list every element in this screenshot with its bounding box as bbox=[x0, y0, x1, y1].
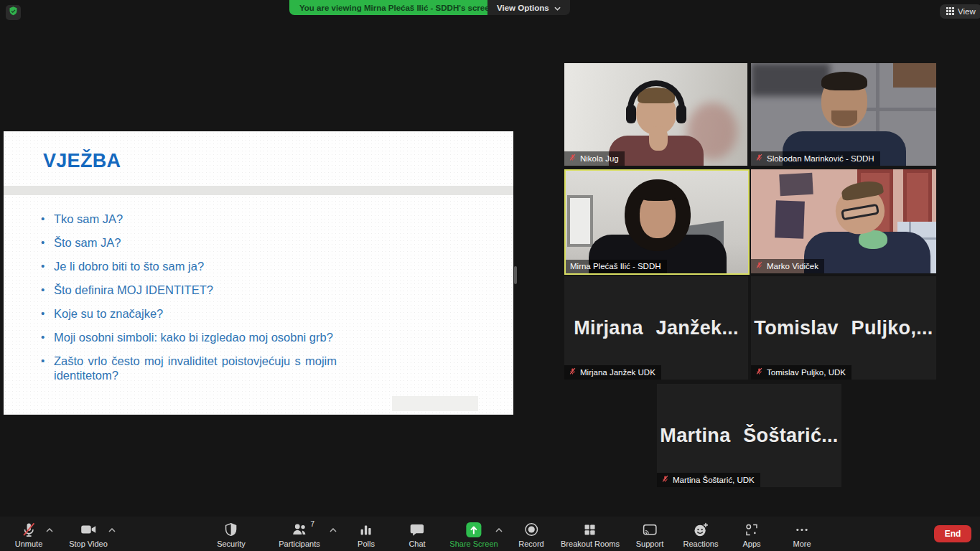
chat-bubble-icon bbox=[410, 521, 425, 538]
participant-name-text: Nikola Jug bbox=[580, 154, 619, 163]
scrollbar-thumb[interactable] bbox=[514, 266, 517, 284]
unmute-button[interactable]: Unmute bbox=[15, 521, 43, 548]
video-tile-slobodan-marinkovic[interactable]: Slobodan Marinković - SDDH bbox=[751, 63, 936, 166]
participant-name-text: Mirjana Janžek UDK bbox=[580, 368, 655, 377]
participant-name-label: Mirjana Janžek UDK bbox=[564, 365, 661, 380]
muted-mic-icon bbox=[569, 154, 577, 163]
bar-chart-icon bbox=[359, 521, 374, 538]
participant-name-label: Mirna Plećaš Ilić - SDDH bbox=[566, 260, 667, 273]
shield-icon bbox=[224, 521, 239, 538]
video-options-chevron[interactable] bbox=[108, 527, 116, 533]
share-options-chevron[interactable] bbox=[495, 527, 503, 533]
chat-label: Chat bbox=[409, 540, 425, 548]
unmute-options-chevron[interactable] bbox=[46, 527, 53, 533]
slide-divider-band bbox=[4, 186, 513, 195]
participant-display-name: Martina Šoštarić... bbox=[657, 384, 841, 487]
share-screen-button[interactable]: Share Screen bbox=[449, 521, 498, 548]
breakout-rooms-button[interactable]: Breakout Rooms bbox=[561, 521, 620, 548]
slide-bullet-list: Tko sam JA? Što sam JA? Je li dobro biti… bbox=[41, 212, 337, 392]
more-label: More bbox=[793, 540, 811, 548]
apps-label: Apps bbox=[742, 540, 760, 548]
record-button[interactable]: Record bbox=[518, 521, 543, 548]
share-screen-label: Share Screen bbox=[449, 540, 498, 548]
security-button[interactable]: Security bbox=[217, 521, 246, 548]
participant-name-label: Tomislav Puljko, UDK bbox=[751, 365, 851, 380]
record-label: Record bbox=[518, 540, 543, 548]
participant-display-name: Tomislav Puljko,... bbox=[751, 276, 936, 380]
reactions-label: Reactions bbox=[683, 540, 719, 548]
ellipsis-icon bbox=[795, 521, 810, 538]
zoom-meeting-window: You are viewing Mirna Plećaš Ilić - SDDH… bbox=[0, 0, 980, 551]
apps-icon bbox=[744, 521, 759, 538]
video-tile-mirna-plecas-ilic[interactable]: Mirna Plećaš Ilić - SDDH bbox=[564, 169, 750, 275]
slide-bullet: Što sam JA? bbox=[41, 235, 337, 250]
participant-name-label: Slobodan Marinković - SDDH bbox=[751, 151, 880, 166]
muted-mic-icon bbox=[755, 154, 763, 163]
video-placeholder-beard bbox=[831, 110, 857, 126]
slide-placeholder-box bbox=[392, 396, 478, 411]
slide-title: VJEŽBA bbox=[43, 150, 121, 172]
headphones-shape bbox=[676, 105, 686, 123]
chevron-down-icon bbox=[554, 4, 561, 12]
video-placeholder-shape bbox=[751, 63, 830, 96]
muted-mic-icon bbox=[661, 475, 669, 484]
participants-label: Participants bbox=[279, 540, 319, 548]
shield-check-icon bbox=[8, 6, 19, 19]
participants-options-chevron[interactable] bbox=[330, 527, 337, 533]
view-button[interactable]: View bbox=[940, 4, 980, 19]
viewing-screen-banner: You are viewing Mirna Plećaš Ilić - SDDH… bbox=[289, 0, 505, 15]
participant-display-name: Mirjana Janžek... bbox=[564, 276, 748, 380]
view-options-label: View Options bbox=[497, 4, 549, 12]
video-placeholder-door bbox=[903, 169, 932, 227]
polls-label: Polls bbox=[358, 540, 375, 548]
security-shield-chip[interactable] bbox=[6, 5, 21, 20]
slide-bullet: Koje su to značajke? bbox=[41, 306, 337, 321]
chat-button[interactable]: Chat bbox=[409, 521, 425, 548]
video-placeholder-hair bbox=[821, 72, 867, 90]
participant-name-text: Mirna Plećaš Ilić - SDDH bbox=[570, 262, 661, 270]
grid-view-icon bbox=[946, 7, 954, 17]
video-tile-tomislav-puljko[interactable]: Tomislav Puljko,... Tomislav Puljko, UDK bbox=[751, 276, 936, 380]
unmute-label: Unmute bbox=[15, 540, 43, 548]
support-button[interactable]: Support bbox=[636, 521, 664, 548]
apps-button[interactable]: Apps bbox=[742, 521, 760, 548]
mic-off-icon bbox=[21, 521, 37, 538]
view-button-label: View bbox=[958, 7, 976, 16]
view-options-button[interactable]: View Options bbox=[487, 0, 570, 15]
record-icon bbox=[523, 521, 539, 538]
slide-bullet: Tko sam JA? bbox=[41, 212, 337, 226]
participant-name-text: Tomislav Puljko, UDK bbox=[767, 368, 846, 377]
muted-mic-icon bbox=[569, 367, 577, 377]
video-tile-marko-vidicek[interactable]: Marko Vidiček bbox=[751, 169, 936, 273]
end-meeting-button[interactable]: End bbox=[934, 525, 971, 542]
participant-name-text: Slobodan Marinković - SDDH bbox=[767, 154, 874, 163]
stop-video-button[interactable]: Stop Video bbox=[69, 521, 108, 548]
slide-bullet: Moji osobni simboli: kako bi izgledao mo… bbox=[41, 330, 337, 344]
video-tile-nikola-jug[interactable]: Nikola Jug bbox=[564, 63, 747, 166]
video-placeholder-picture-frame bbox=[779, 173, 813, 196]
slide-bullet: Je li dobro biti to što sam ja? bbox=[41, 259, 337, 273]
participant-name-text: Martina Šoštarić, UDK bbox=[673, 476, 755, 484]
muted-mic-icon bbox=[755, 367, 763, 377]
camera-icon bbox=[80, 521, 97, 538]
shared-screen-slide: VJEŽBA Tko sam JA? Što sam JA? Je li dob… bbox=[4, 131, 513, 415]
reactions-button[interactable]: Reactions bbox=[683, 521, 719, 548]
polls-button[interactable]: Polls bbox=[358, 521, 375, 548]
support-label: Support bbox=[636, 540, 664, 548]
participant-name-label: Martina Šoštarić, UDK bbox=[657, 473, 760, 487]
support-screen-icon bbox=[642, 521, 658, 538]
security-label: Security bbox=[217, 540, 246, 548]
video-placeholder-hand bbox=[649, 126, 668, 151]
participants-button[interactable]: 7 Participants bbox=[279, 521, 319, 548]
video-placeholder-hair bbox=[638, 189, 677, 201]
participants-icon: 7 bbox=[291, 521, 308, 538]
muted-mic-icon bbox=[755, 261, 763, 270]
participants-count-badge: 7 bbox=[310, 520, 314, 528]
slide-bullet: Što definira MOJ IDENTITET? bbox=[41, 283, 337, 297]
banner-text: You are viewing Mirna Plećaš Ilić - SDDH… bbox=[299, 4, 495, 12]
video-tile-mirjana-janzek[interactable]: Mirjana Janžek... Mirjana Janžek UDK bbox=[564, 276, 748, 380]
more-button[interactable]: More bbox=[793, 521, 811, 548]
breakout-rooms-label: Breakout Rooms bbox=[561, 540, 620, 548]
meeting-toolbar: Unmute Stop Video Security 7 Participa bbox=[0, 517, 980, 551]
video-tile-martina-sostaric[interactable]: Martina Šoštarić... Martina Šoštarić, UD… bbox=[657, 384, 841, 487]
